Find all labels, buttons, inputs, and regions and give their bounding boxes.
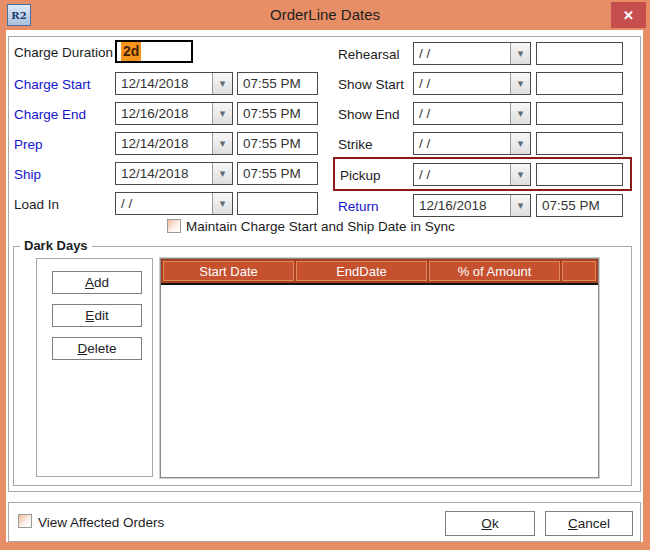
chevron-down-icon[interactable]: ▾ xyxy=(510,103,530,124)
show-start-time-field[interactable] xyxy=(536,72,623,95)
charge-start-date-value: 12/14/2018 xyxy=(116,73,212,94)
chevron-down-icon[interactable]: ▾ xyxy=(510,133,530,154)
load-in-date-value: / / xyxy=(116,193,212,214)
show-end-time-field[interactable] xyxy=(536,102,623,125)
charge-start-date-dropdown[interactable]: 12/14/2018 ▾ xyxy=(115,72,233,95)
ship-date-value: 12/14/2018 xyxy=(116,163,212,184)
column-header-start-date[interactable]: Start Date xyxy=(163,261,294,281)
column-header-filler xyxy=(562,261,596,281)
show-end-date-value: / / xyxy=(414,103,510,124)
ok-button-label: Ok xyxy=(481,516,498,531)
table-header-row: Start Date EndDate % of Amount xyxy=(161,259,598,285)
chevron-down-icon[interactable]: ▾ xyxy=(510,73,530,94)
column-header-end-date[interactable]: EndDate xyxy=(296,261,427,281)
orderline-dates-dialog: R2 OrderLine Dates ✕ Charge Duration 2d … xyxy=(0,0,650,550)
charge-end-date-dropdown[interactable]: 12/16/2018 ▾ xyxy=(115,102,233,125)
return-date-dropdown[interactable]: 12/16/2018 ▾ xyxy=(413,194,531,217)
delete-button[interactable]: Delete xyxy=(52,337,142,360)
edit-button[interactable]: Edit xyxy=(52,304,142,327)
show-start-date-value: / / xyxy=(414,73,510,94)
ship-time-field[interactable]: 07:55 PM xyxy=(237,162,318,185)
column-header-percent-of-amount[interactable]: % of Amount xyxy=(429,261,560,281)
chevron-down-icon[interactable]: ▾ xyxy=(510,43,530,64)
ship-date-dropdown[interactable]: 12/14/2018 ▾ xyxy=(115,162,233,185)
pickup-date-dropdown[interactable]: / / ▾ xyxy=(413,163,531,186)
rehearsal-date-value: / / xyxy=(414,43,510,64)
ship-label: Ship xyxy=(14,167,41,182)
view-affected-orders-checkbox[interactable] xyxy=(18,514,32,528)
chevron-down-icon[interactable]: ▾ xyxy=(510,164,530,185)
charge-end-date-value: 12/16/2018 xyxy=(116,103,212,124)
add-button-label: Add xyxy=(85,275,109,290)
cancel-button[interactable]: Cancel xyxy=(545,511,633,536)
title-bar[interactable]: R2 OrderLine Dates ✕ xyxy=(0,0,650,30)
charge-start-label: Charge Start xyxy=(14,77,91,92)
chevron-down-icon[interactable]: ▾ xyxy=(212,163,232,184)
dark-days-group-label: Dark Days xyxy=(20,238,92,253)
rehearsal-date-dropdown[interactable]: / / ▾ xyxy=(413,42,531,65)
return-time-field[interactable]: 07:55 PM xyxy=(536,194,623,217)
chevron-down-icon[interactable]: ▾ xyxy=(510,195,530,216)
strike-date-value: / / xyxy=(414,133,510,154)
pickup-label: Pickup xyxy=(340,168,381,183)
rehearsal-time-field[interactable] xyxy=(536,42,623,65)
sync-checkbox-label: Maintain Charge Start and Ship Date in S… xyxy=(186,219,455,234)
chevron-down-icon[interactable]: ▾ xyxy=(212,133,232,154)
chevron-down-icon[interactable]: ▾ xyxy=(212,193,232,214)
show-start-label: Show Start xyxy=(338,77,404,92)
strike-date-dropdown[interactable]: / / ▾ xyxy=(413,132,531,155)
pickup-time-field[interactable] xyxy=(536,163,623,186)
prep-time-field[interactable]: 07:55 PM xyxy=(237,132,318,155)
delete-button-label: Delete xyxy=(77,341,116,356)
show-end-date-dropdown[interactable]: / / ▾ xyxy=(413,102,531,125)
rehearsal-label: Rehearsal xyxy=(338,47,400,62)
prep-label: Prep xyxy=(14,137,43,152)
charge-start-time-field[interactable]: 07:55 PM xyxy=(237,72,318,95)
chevron-down-icon[interactable]: ▾ xyxy=(212,103,232,124)
add-button[interactable]: Add xyxy=(52,271,142,294)
prep-date-dropdown[interactable]: 12/14/2018 ▾ xyxy=(115,132,233,155)
chevron-down-icon[interactable]: ▾ xyxy=(212,73,232,94)
load-in-label: Load In xyxy=(14,197,59,212)
pickup-date-value: / / xyxy=(414,164,510,185)
charge-end-label: Charge End xyxy=(14,107,86,122)
prep-date-value: 12/14/2018 xyxy=(116,133,212,154)
charge-duration-value: 2d xyxy=(121,42,141,61)
dark-days-table[interactable]: Start Date EndDate % of Amount xyxy=(160,258,599,478)
window-title: OrderLine Dates xyxy=(0,0,650,30)
charge-end-time-field[interactable]: 07:55 PM xyxy=(237,102,318,125)
show-start-date-dropdown[interactable]: / / ▾ xyxy=(413,72,531,95)
charge-duration-label: Charge Duration xyxy=(14,45,113,60)
cancel-button-label: Cancel xyxy=(568,516,610,531)
return-date-value: 12/16/2018 xyxy=(414,195,510,216)
view-affected-orders-label: View Affected Orders xyxy=(38,515,164,530)
load-in-time-field[interactable] xyxy=(237,192,318,215)
strike-time-field[interactable] xyxy=(536,132,623,155)
return-label: Return xyxy=(338,199,379,214)
close-icon[interactable]: ✕ xyxy=(611,2,646,28)
table-body[interactable] xyxy=(161,285,598,477)
charge-duration-input[interactable]: 2d xyxy=(115,40,193,63)
sync-checkbox[interactable] xyxy=(167,219,181,233)
ok-button[interactable]: Ok xyxy=(445,511,535,536)
load-in-date-dropdown[interactable]: / / ▾ xyxy=(115,192,233,215)
strike-label: Strike xyxy=(338,137,373,152)
show-end-label: Show End xyxy=(338,107,400,122)
edit-button-label: Edit xyxy=(85,308,108,323)
